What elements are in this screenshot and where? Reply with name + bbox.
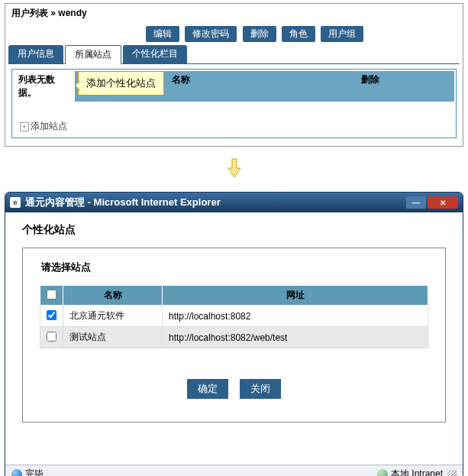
grid-no-data: 列表无数据。 [14,71,75,102]
status-text: 完毕 [25,468,44,476]
site-fieldset: 请选择站点 名称 网址 北京通元软件http://localhost:8082测… [22,248,446,423]
tab-user-info[interactable]: 用户信息 [8,45,63,63]
breadcrumb-user: wendy [58,8,86,18]
role-button[interactable]: 角色 [282,26,315,42]
ok-button[interactable]: 确定 [187,379,228,399]
minimize-button[interactable]: — [406,196,426,209]
col-url-header: 网址 [163,286,428,306]
row-name: 测试站点 [63,327,163,348]
breadcrumb-sep: » [48,8,58,18]
action-bar: 编辑 修改密码 删除 角色 用户组 [8,23,460,45]
add-site-label: 添加站点 [31,120,67,133]
dialog-buttons: 确定 关闭 [40,379,428,399]
tab-columns[interactable]: 个性化栏目 [123,45,187,63]
titlebar: e 通元内容管理 - Microsoft Internet Explorer —… [5,193,463,212]
zone-icon [377,469,388,477]
user-detail-panel: 用户列表 » wendy 编辑 修改密码 删除 角色 用户组 用户信息 所属站点… [5,3,463,147]
section-title: 个性化站点 [22,223,446,237]
row-checkbox[interactable] [47,310,56,320]
fieldset-legend: 请选择站点 [40,261,92,274]
col-name-header: 名称 [63,286,163,306]
site-grid-box: 列表无数据。 名称 删除 添加个性化站点 + 添加站点 [11,69,457,138]
site-table: 名称 网址 北京通元软件http://localhost:8082测试站点htt… [40,285,428,348]
grid-col-delete: 删除 [286,71,454,102]
change-password-button[interactable]: 修改密码 [185,26,237,42]
add-icon: + [20,122,29,131]
ie-window: e 通元内容管理 - Microsoft Internet Explorer —… [5,192,463,476]
edit-button[interactable]: 编辑 [146,26,179,42]
close-button[interactable]: 关闭 [240,379,281,399]
status-bar: 完毕 本地 Intranet [5,465,463,476]
delete-button[interactable]: 删除 [243,26,276,42]
breadcrumb-list-link[interactable]: 用户列表 [11,8,48,18]
window-title: 通元内容管理 - Microsoft Internet Explorer [25,196,221,209]
globe-icon [11,469,22,477]
ie-content: 个性化站点 请选择站点 名称 网址 北京通元软件http://localhost… [5,212,463,465]
row-url: http://localhost:8082/web/test [163,327,428,348]
col-check [40,286,63,306]
select-all-checkbox[interactable] [47,290,56,300]
add-site-link[interactable]: + 添加站点 [20,120,67,133]
table-row: 北京通元软件http://localhost:8082 [40,306,428,327]
close-window-button[interactable]: ✕ [428,196,458,209]
ie-app-icon: e [10,197,21,208]
row-name: 北京通元软件 [63,306,163,327]
group-button[interactable]: 用户组 [321,26,363,42]
callout-add-site: 添加个性化站点 [78,71,164,96]
tab-sites[interactable]: 所属站点 [65,45,121,64]
tab-bar: 用户信息 所属站点 个性化栏目 [8,45,460,64]
resize-grip[interactable] [447,470,457,477]
row-url: http://localhost:8082 [163,306,428,327]
flow-arrow-icon [0,157,468,181]
breadcrumb: 用户列表 » wendy [8,5,460,23]
zone-label: 本地 Intranet [391,468,443,476]
table-row: 测试站点http://localhost:8082/web/test [40,327,428,348]
row-checkbox[interactable] [47,332,56,342]
